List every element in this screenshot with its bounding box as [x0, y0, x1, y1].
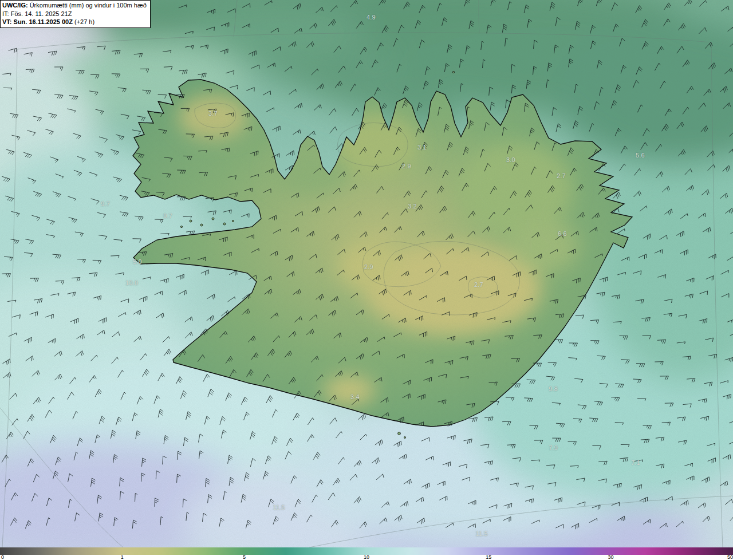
colorbar-tick-label: 5	[243, 554, 246, 560]
colorbar-tick-label: 30	[608, 554, 614, 560]
colorbar-tick-label: 50	[727, 554, 733, 560]
map-title-text: Úrkomumætti (mm) og vindur i 100m hæð	[28, 2, 147, 9]
valid-time-text: Sun. 16.11.2025 00Z	[12, 18, 73, 25]
title-line-2: IT: Fös. 14. 11. 2025 21Z	[2, 10, 147, 18]
precipitation-wind-map	[0, 0, 733, 547]
colorbar-tick-label: 1	[121, 554, 124, 560]
title-box: UWC/IG: Úrkomumætti (mm) og vindur i 100…	[0, 0, 151, 28]
colorbar-tick-label: 0	[1, 554, 4, 560]
colorbar-tick-label: 10	[364, 554, 369, 560]
colorbar-tick-label: 15	[486, 554, 491, 560]
dither-texture	[0, 0, 733, 547]
init-time-label: IT:	[2, 10, 9, 17]
colorbar-tick-labels: 01510153050	[0, 555, 733, 560]
lead-time-text: (+27 h)	[73, 18, 94, 25]
init-time-text: Fös. 14. 11. 2025 21Z	[9, 10, 72, 17]
weather-map-stage: 4.93.73.12.93.02.75.69.79.73.26.65.010.0…	[0, 0, 733, 560]
title-line-1: UWC/IG: Úrkomumætti (mm) og vindur i 100…	[2, 1, 147, 10]
model-id-label: UWC/IG:	[2, 2, 28, 9]
valid-time-label: VT:	[2, 18, 12, 25]
map-area: 4.93.73.12.93.02.75.69.79.73.26.65.010.0…	[0, 0, 733, 547]
title-line-3: VT: Sun. 16.11.2025 00Z (+27 h)	[2, 18, 147, 26]
colorbar: 01510153050	[0, 547, 733, 560]
